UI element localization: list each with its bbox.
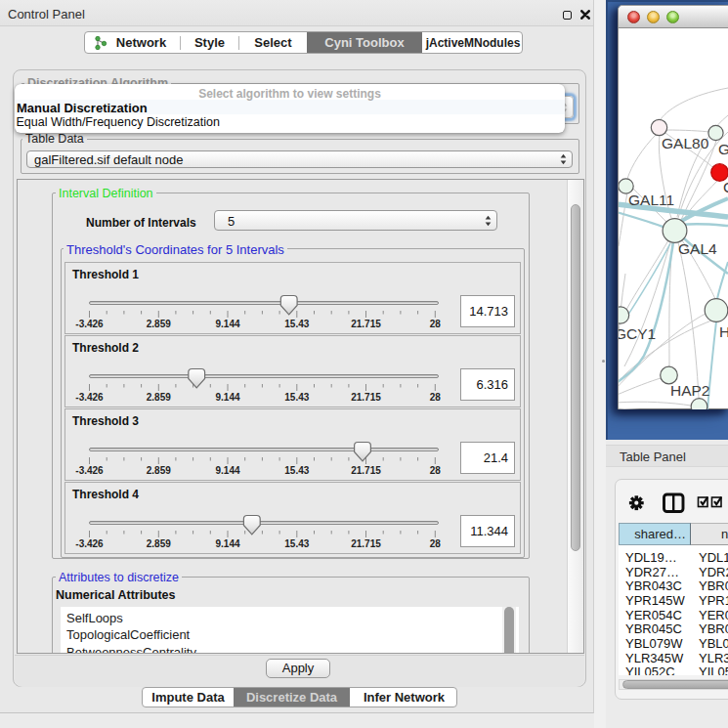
svg-text:GAL4: GAL4 xyxy=(678,240,717,257)
svg-text:GAL80: GAL80 xyxy=(662,135,709,151)
svg-text:HAP2: HAP2 xyxy=(670,382,710,399)
svg-text:H: H xyxy=(719,323,728,340)
svg-text:GAL11: GAL11 xyxy=(628,192,674,208)
svg-text:GA: GA xyxy=(718,141,728,157)
svg-text:GCY1: GCY1 xyxy=(619,325,656,342)
svg-text:G: G xyxy=(723,179,728,195)
